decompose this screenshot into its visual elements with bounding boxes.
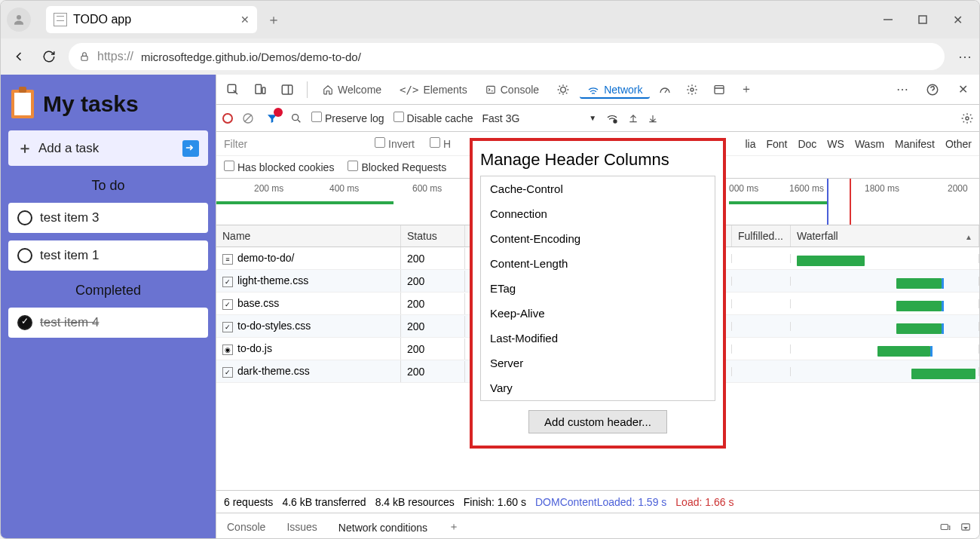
add-tab-icon[interactable]: ＋ — [734, 79, 758, 100]
filter-type[interactable]: Font — [766, 138, 787, 150]
favicon-icon — [54, 13, 67, 26]
inspect-icon[interactable] — [221, 79, 245, 100]
device-icon[interactable] — [248, 79, 272, 100]
status-load: Load: 1.66 s — [675, 496, 733, 508]
filter-type[interactable]: Wasm — [855, 138, 884, 150]
network-status-bar: 6 requests 4.6 kB transferred 8.4 kB res… — [216, 490, 979, 513]
clear-icon[interactable] — [242, 112, 254, 124]
status-finish: Finish: 1.60 s — [464, 496, 526, 508]
close-window-icon[interactable]: ✕ — [951, 13, 964, 26]
svg-point-10 — [561, 87, 566, 92]
browser-tab[interactable]: TODO app ✕ — [46, 6, 257, 33]
task-item-done[interactable]: test item 4 — [8, 308, 208, 338]
svg-rect-2 — [919, 16, 926, 23]
tab-title: TODO app — [73, 13, 131, 26]
drawer-tab-console[interactable]: Console — [216, 516, 276, 537]
status-transferred: 4.6 kB transferred — [282, 496, 366, 508]
column-fulfilled[interactable]: Fulfilled... — [732, 225, 791, 247]
drawer-tab-netcond[interactable]: Network conditions — [328, 516, 438, 538]
header-column-option[interactable]: Connection — [481, 201, 715, 226]
add-task-button[interactable]: ＋ Add a task — [8, 130, 208, 166]
checkbox-checked-icon[interactable] — [17, 315, 32, 330]
filter-toggle-icon[interactable] — [263, 109, 281, 127]
close-devtools-icon[interactable]: ✕ — [951, 79, 975, 100]
address-bar[interactable]: https://microsoftedge.github.io/Demos/de… — [69, 43, 945, 70]
filter-input[interactable]: Filter — [224, 138, 360, 150]
column-waterfall[interactable]: Waterfall▲ — [791, 225, 979, 247]
refresh-button[interactable] — [38, 46, 60, 67]
task-item[interactable]: test item 1 — [8, 240, 208, 271]
column-status[interactable]: Status — [401, 225, 465, 247]
search-icon[interactable] — [290, 112, 302, 124]
filter-type[interactable]: WS — [827, 138, 844, 150]
download-icon[interactable] — [648, 112, 658, 124]
blocked-cookies-checkbox[interactable]: Has blocked cookies — [224, 161, 334, 173]
hide-checkbox[interactable]: H — [430, 137, 451, 150]
submit-arrow-icon[interactable] — [182, 140, 199, 157]
page-title: My tasks — [43, 91, 139, 117]
header-column-option[interactable]: Last-Modified — [481, 326, 715, 351]
tab-console[interactable]: Console — [478, 81, 547, 99]
throttle-select[interactable]: Fast 3G — [482, 112, 520, 124]
task-item[interactable]: test item 3 — [8, 203, 208, 233]
filter-type[interactable]: Manifest — [895, 138, 935, 150]
clipboard-icon — [11, 90, 34, 118]
header-column-option[interactable]: Cache-Control — [481, 176, 715, 201]
browser-menu-button[interactable]: ⋯ — [958, 48, 972, 65]
popup-title: Manage Header Columns — [480, 147, 715, 176]
new-tab-button[interactable]: ＋ — [263, 9, 284, 30]
filter-type[interactable]: Doc — [798, 138, 816, 150]
profile-button[interactable] — [7, 8, 31, 32]
drawer-icon[interactable] — [939, 522, 952, 532]
header-column-option[interactable]: Keep-Alive — [481, 301, 715, 326]
tab-elements[interactable]: </>Elements — [392, 81, 475, 99]
todo-app-panel: My tasks ＋ Add a task To do test item 3 … — [1, 75, 216, 539]
header-column-option[interactable]: Content-Encoding — [481, 226, 715, 251]
app-icon[interactable] — [707, 79, 731, 100]
header-column-option[interactable]: Server — [481, 351, 715, 375]
status-requests: 6 requests — [224, 496, 273, 508]
header-column-option[interactable]: Content-Length — [481, 251, 715, 276]
svg-rect-7 — [282, 85, 292, 94]
add-custom-header-button[interactable]: Add custom header... — [528, 410, 667, 433]
section-completed-heading: Completed — [8, 278, 208, 300]
upload-icon[interactable] — [628, 112, 639, 124]
blocked-requests-checkbox[interactable]: Blocked Requests — [348, 161, 446, 173]
dock-icon[interactable] — [275, 79, 299, 100]
back-button[interactable] — [8, 46, 29, 67]
tab-network[interactable]: Network — [580, 81, 650, 99]
column-name[interactable]: Name — [216, 225, 401, 247]
checkbox-icon[interactable] — [17, 210, 32, 225]
preserve-log-checkbox[interactable]: Preserve log — [311, 112, 384, 124]
checkbox-icon[interactable] — [17, 248, 32, 263]
drawer-add-tab[interactable]: ＋ — [438, 516, 470, 538]
tab-debugger[interactable] — [550, 81, 577, 99]
drawer-expand-icon[interactable] — [960, 522, 972, 532]
svg-rect-3 — [81, 56, 87, 60]
css-icon: ✓ — [222, 299, 233, 310]
gear-icon[interactable] — [680, 79, 704, 100]
disable-cache-checkbox[interactable]: Disable cache — [394, 112, 473, 124]
wifi-settings-icon[interactable] — [605, 112, 619, 124]
help-icon[interactable] — [920, 79, 945, 100]
invert-checkbox[interactable]: Invert — [375, 137, 415, 150]
maximize-icon[interactable] — [916, 13, 929, 26]
css-icon: ✓ — [222, 322, 233, 332]
header-column-option[interactable]: Vary — [481, 375, 715, 400]
close-tab-icon[interactable]: ✕ — [240, 14, 250, 26]
filter-type[interactable]: lia — [745, 138, 755, 150]
svg-point-19 — [614, 120, 617, 123]
more-icon[interactable]: ⋯ — [890, 79, 914, 100]
record-button[interactable] — [222, 113, 233, 124]
svg-rect-5 — [256, 84, 262, 93]
minimize-icon[interactable] — [881, 13, 895, 26]
settings-gear-icon[interactable] — [961, 112, 973, 124]
drawer-tab-issues[interactable]: Issues — [276, 516, 327, 537]
filter-type[interactable]: Other — [945, 138, 972, 150]
tab-welcome[interactable]: Welcome — [315, 81, 389, 99]
dropdown-icon[interactable]: ▼ — [589, 114, 596, 122]
header-column-option[interactable]: ETag — [481, 276, 715, 301]
url-prefix: https:// — [97, 50, 133, 63]
task-label: test item 3 — [40, 210, 99, 225]
performance-icon[interactable] — [653, 79, 677, 100]
